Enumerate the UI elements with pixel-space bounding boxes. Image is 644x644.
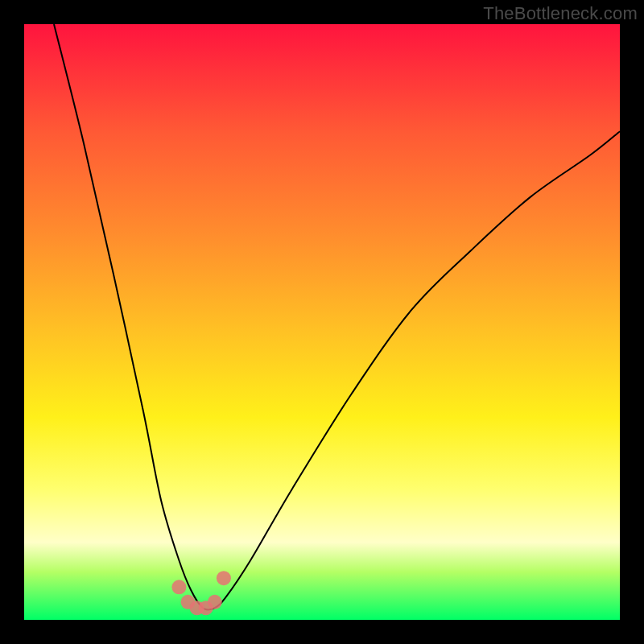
chart-svg <box>0 0 644 644</box>
marker-dot <box>171 580 186 594</box>
watermark-text: TheBottleneck.com <box>483 3 638 24</box>
marker-group <box>171 571 231 615</box>
marker-dot <box>217 571 231 585</box>
bottleneck-curve-path <box>54 24 620 610</box>
marker-dot <box>208 595 222 609</box>
